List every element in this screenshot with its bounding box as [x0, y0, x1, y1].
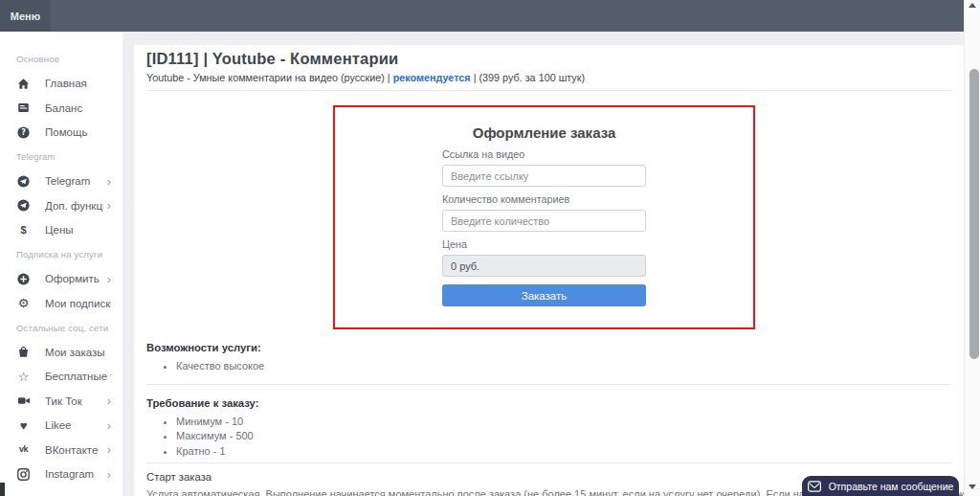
sidebar-item-my-orders[interactable]: Мои заказы [0, 340, 122, 365]
chevron-right-icon [107, 395, 111, 407]
vk-icon: vk [16, 445, 31, 454]
heart-icon: ♥ [16, 419, 31, 432]
sidebar-item-label: Оформить [45, 273, 103, 284]
sidebar-item-label: Telegram [45, 175, 103, 187]
svg-text:?: ? [21, 127, 26, 137]
sidebar-item-label: Бесплатные услуги [45, 371, 111, 382]
chevron-right-icon [107, 468, 111, 481]
sidebar-item-likee[interactable]: ♥Likee [0, 414, 122, 439]
order-submit-button[interactable]: Заказать [442, 284, 646, 306]
sidebar-section-label: Основное [0, 47, 122, 72]
features-title: Возможности услуги: [146, 341, 951, 354]
sidebar-item-label: Тик Ток [45, 395, 103, 407]
content-panel: [ID111] | Youtube - Комментарии Youtube … [134, 45, 964, 496]
sidebar-item-tiktok[interactable]: Тик Ток [0, 389, 122, 414]
sidebar-item-label: Главная [45, 78, 111, 89]
divider [146, 90, 951, 91]
sidebar-section-label: Подписка на услуги [0, 242, 122, 267]
sidebar-item-prices[interactable]: $Цены [0, 218, 122, 243]
chevron-right-icon [107, 199, 111, 212]
sidebar-item-home[interactable]: Главная [0, 72, 122, 97]
sidebar-item-label: Instagram [45, 468, 103, 480]
chevron-right-icon [107, 419, 111, 432]
sidebar-item-label: ВКонтакте [45, 444, 103, 456]
sidebar-item-help[interactable]: ?Помощь [0, 121, 122, 146]
list-item: Максимум - 500 [176, 429, 951, 444]
requirements-title: Требование к заказу: [146, 396, 951, 410]
scrollbar-down-icon[interactable] [969, 485, 976, 489]
sidebar-item-balance[interactable]: Баланс [0, 96, 122, 121]
divider [146, 462, 951, 463]
video-camera-icon [16, 395, 31, 407]
menu-button[interactable]: Меню [0, 0, 51, 32]
envelope-icon [808, 481, 821, 492]
service-subtitle: Youtube - Умные комментарии на видео (ру… [146, 72, 951, 84]
scrollbar-track[interactable] [964, 0, 980, 496]
quantity-input[interactable] [442, 210, 646, 232]
sidebar-item-telegram[interactable]: Telegram [0, 169, 122, 194]
sidebar-section-label: Остальные соц. сети [0, 316, 122, 341]
sidebar-item-free-services[interactable]: ☆Бесплатные услуги [0, 365, 122, 390]
price-label: Цена [442, 238, 646, 251]
price-readonly-field [442, 255, 646, 277]
sidebar-item-label: Помощь [45, 126, 111, 138]
order-form-highlight-box: Оформление заказа Ссылка на видео Количе… [333, 105, 755, 329]
list-item: Кратно - 1 [176, 444, 951, 460]
sidebar-item-label: Баланс [45, 102, 111, 114]
divider [146, 384, 951, 385]
telegram-icon [16, 175, 31, 188]
sidebar-item-label: Цены [45, 224, 111, 236]
telegram-icon [16, 199, 31, 212]
instagram-icon [16, 468, 31, 481]
sidebar-item-extra-functions[interactable]: Доп. функции [0, 193, 122, 218]
sidebar-item-subscribe[interactable]: Оформить [0, 267, 122, 292]
requirements-list: Минимум - 10Максимум - 500Кратно - 1 [146, 415, 951, 460]
recommended-link[interactable]: рекомендуется [393, 72, 471, 83]
shopping-bag-icon [16, 346, 31, 358]
sidebar-item-label: Доп. функции [45, 200, 103, 212]
features-list: Качество высокое [146, 359, 951, 374]
chat-widget-button[interactable]: Отправьте нам сообщение [802, 476, 959, 496]
video-link-input[interactable] [442, 165, 646, 187]
subtitle-prefix: Youtube - Умные комментарии на видео (ру… [146, 72, 393, 83]
sidebar-item-label: Мои заказы [45, 347, 111, 358]
chat-widget-label: Отправьте нам сообщение [829, 481, 954, 492]
sidebar-item-vkontakte[interactable]: vkВКонтакте [0, 438, 122, 462]
top-bar: Меню [0, 0, 964, 32]
dollar-icon: $ [16, 225, 31, 236]
sidebar-item-label: Мои подписки [45, 298, 111, 309]
corner-notch [0, 483, 5, 496]
sidebar-item-my-subscriptions[interactable]: ⚙Мои подписки [0, 291, 122, 316]
chevron-right-icon [107, 175, 111, 188]
list-item: Минимум - 10 [176, 415, 951, 430]
video-link-label: Ссылка на видео [442, 148, 646, 161]
list-item: Качество высокое [176, 359, 951, 374]
sidebar: ОсновноеГлавнаяБаланс?ПомощьTelegramTele… [0, 32, 122, 496]
plus-circle-icon [16, 273, 31, 285]
chevron-right-icon [107, 273, 111, 285]
gear-icon: ⚙ [16, 297, 31, 309]
scrollbar-thumb[interactable] [969, 69, 979, 359]
order-form: Оформление заказа Ссылка на видео Количе… [442, 124, 646, 306]
page-title: [ID111] | Youtube - Комментарии [146, 50, 951, 68]
sidebar-item-instagram[interactable]: Instagram [0, 462, 122, 487]
chevron-right-icon [107, 443, 111, 456]
home-icon [16, 78, 31, 90]
quantity-label: Количество комментариев [442, 193, 646, 206]
help-icon: ? [16, 126, 31, 139]
balance-icon [16, 101, 31, 114]
sidebar-section-label: Telegram [0, 145, 122, 169]
sidebar-item-label: Likee [45, 419, 103, 431]
scrollbar-up-icon[interactable] [969, 3, 976, 8]
order-form-heading: Оформление заказа [442, 124, 646, 142]
subtitle-suffix: | (399 руб. за 100 штук) [471, 72, 585, 83]
star-icon: ☆ [16, 371, 31, 383]
